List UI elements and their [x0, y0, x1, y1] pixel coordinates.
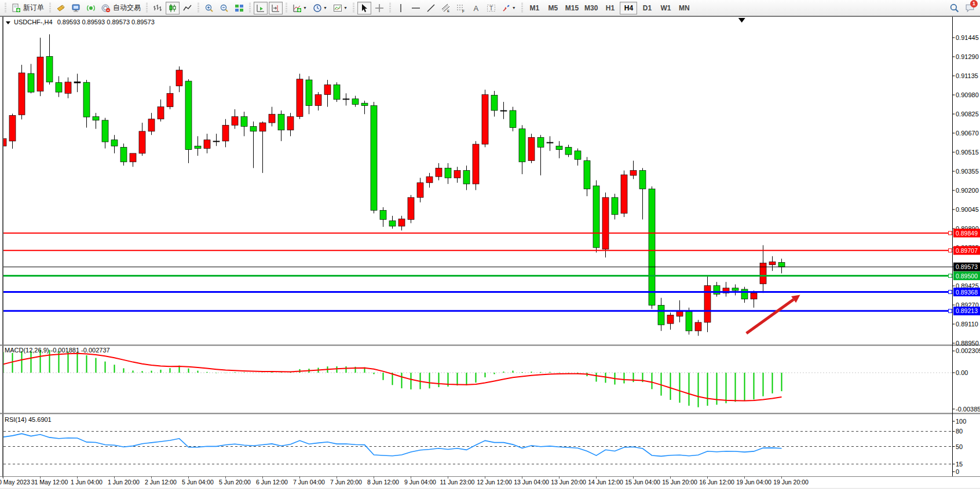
candle — [93, 116, 99, 120]
candle — [389, 220, 396, 226]
candle — [658, 305, 664, 325]
crosshair-icon — [375, 3, 384, 13]
candle — [398, 219, 405, 226]
zoom-in-button[interactable] — [202, 2, 216, 14]
zoom-out-button[interactable] — [217, 2, 231, 14]
fibonacci-button[interactable]: F — [454, 2, 468, 14]
svg-text:13 Jun 20:00: 13 Jun 20:00 — [551, 479, 586, 486]
candle — [28, 73, 34, 92]
line-chart-button[interactable] — [181, 2, 195, 14]
mt4-window: 新订单 自动交易 — [0, 0, 980, 489]
toolbar: 新订单 自动交易 — [0, 0, 980, 16]
candle — [158, 107, 164, 119]
candle — [195, 146, 201, 148]
tf-m5-button[interactable]: M5 — [544, 2, 562, 14]
candle — [445, 168, 451, 178]
chart-title: USDCHF-,H40.89593 0.89593 0.89573 0.8957… — [6, 19, 155, 25]
svg-text:T: T — [489, 5, 493, 12]
tf-mn-button[interactable]: MN — [675, 2, 693, 14]
crosshair-button[interactable] — [372, 2, 386, 14]
svg-text:0.90515: 0.90515 — [956, 149, 979, 156]
autotrading-label: 自动交易 — [113, 3, 141, 13]
candle — [686, 311, 692, 331]
svg-text:0.00: 0.00 — [956, 369, 968, 376]
chevron-down-icon: ▼ — [512, 6, 516, 10]
candle — [259, 123, 266, 131]
search-button[interactable] — [947, 2, 961, 14]
candle — [584, 161, 590, 189]
chart-menu-icon[interactable] — [6, 21, 10, 24]
navigator-button[interactable] — [69, 2, 83, 14]
candle — [667, 315, 674, 323]
indicators-button[interactable]: ▼ — [290, 2, 309, 14]
tf-w1-button[interactable]: W1 — [657, 2, 674, 14]
svg-text:A: A — [473, 4, 478, 13]
candle — [602, 197, 609, 249]
svg-text:0.89368: 0.89368 — [956, 289, 978, 296]
svg-text:16 Jun 12:00: 16 Jun 12:00 — [699, 479, 734, 486]
chevron-down-icon: ▼ — [343, 6, 348, 10]
candle — [408, 197, 414, 219]
tile-windows-button[interactable] — [232, 2, 246, 14]
terminal-button[interactable] — [84, 2, 98, 14]
candle — [37, 57, 43, 91]
notifications-button[interactable]: 1 — [963, 2, 977, 14]
chart-ohlc-values: 0.89593 0.89593 0.89573 0.89573 — [57, 19, 155, 25]
tf-m1-button[interactable]: M1 — [526, 2, 543, 14]
autotrading-icon — [101, 3, 111, 13]
periods-button[interactable]: ▼ — [310, 2, 330, 14]
candle — [250, 126, 257, 131]
bar-chart-button[interactable] — [151, 2, 164, 14]
candle — [537, 137, 544, 147]
svg-text:9 Jun 04:00: 9 Jun 04:00 — [404, 479, 436, 486]
templates-button[interactable]: ▼ — [331, 2, 350, 14]
svg-text:30 May 2023: 30 May 2023 — [0, 479, 30, 486]
svg-text:0.90825: 0.90825 — [956, 111, 979, 117]
svg-text:0.88950: 0.88950 — [956, 340, 979, 347]
tf-h4-button[interactable]: H4 — [620, 2, 637, 14]
candle — [361, 103, 368, 105]
svg-text:0.91135: 0.91135 — [956, 72, 978, 79]
svg-text:15 Jun 04:00: 15 Jun 04:00 — [625, 479, 660, 486]
template-icon — [333, 3, 342, 13]
candle — [167, 93, 173, 106]
auto-scroll-button[interactable] — [254, 2, 268, 14]
horizontal-line-button[interactable] — [409, 2, 423, 14]
candle — [324, 84, 331, 94]
rsi-label: RSI(14) 45.6901 — [5, 416, 52, 423]
candle — [426, 177, 433, 183]
chart-shift-button[interactable] — [269, 2, 283, 14]
new-order-button[interactable]: 新订单 — [9, 2, 46, 14]
svg-text:1 Jun 20:00: 1 Jun 20:00 — [108, 479, 140, 486]
tile-windows-icon — [235, 3, 244, 13]
candle — [714, 286, 720, 295]
tf-h1-button[interactable]: H1 — [601, 2, 619, 14]
candle — [102, 120, 108, 142]
market-watch-button[interactable] — [54, 2, 68, 14]
candle — [120, 147, 127, 161]
tf-d1-button[interactable]: D1 — [638, 2, 656, 14]
svg-text:0.89849: 0.89849 — [956, 230, 978, 237]
text-label-button[interactable]: T — [484, 2, 498, 14]
new-order-icon — [12, 3, 21, 13]
cursor-button[interactable] — [357, 2, 371, 14]
bar-chart-icon — [153, 3, 162, 13]
arrows-tool-button[interactable]: ▼ — [499, 2, 518, 14]
chart-canvas[interactable]: 0.914450.912900.911350.909800.908250.906… — [0, 0, 980, 489]
macd-value-1: -0.001881 — [50, 347, 79, 354]
tf-m30-button[interactable]: M30 — [582, 2, 600, 14]
svg-text:0.91290: 0.91290 — [956, 53, 979, 60]
channel-button[interactable]: E — [439, 2, 453, 14]
text-button[interactable]: A — [469, 2, 483, 14]
svg-text:7 Jun 04:00: 7 Jun 04:00 — [293, 479, 325, 486]
toolbar-grip[interactable] — [5, 3, 6, 13]
trendline-button[interactable] — [424, 2, 438, 14]
auto-scroll-icon — [256, 3, 265, 13]
svg-text:0.90670: 0.90670 — [956, 130, 979, 137]
vertical-line-button[interactable] — [394, 2, 408, 14]
candle — [593, 186, 599, 248]
autotrading-button[interactable]: 自动交易 — [99, 2, 143, 14]
tf-m15-button[interactable]: M15 — [563, 2, 581, 14]
candlestick-chart-button[interactable] — [166, 2, 180, 14]
candle — [306, 80, 312, 105]
